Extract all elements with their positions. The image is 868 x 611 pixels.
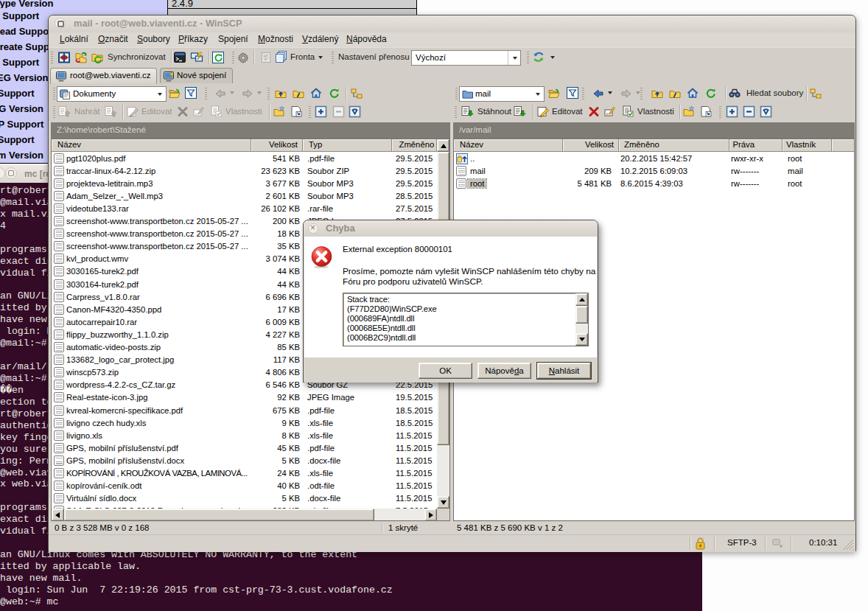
svg-text:x: x — [606, 111, 609, 116]
svg-text:x: x — [195, 111, 197, 116]
